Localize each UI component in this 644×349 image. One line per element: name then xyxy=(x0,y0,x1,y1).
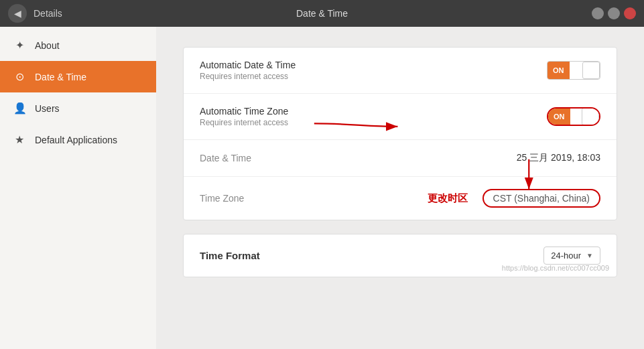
users-icon: 👤 xyxy=(13,102,25,115)
date-time-icon: ⊙ xyxy=(13,70,25,83)
date-time-value-row: Date & Time 25 三月 2019, 18:03 xyxy=(184,140,617,177)
default-apps-icon: ★ xyxy=(13,133,25,146)
time-format-dropdown[interactable]: 24-hour ▼ xyxy=(543,247,600,265)
date-time-value: 25 三月 2019, 18:03 xyxy=(517,152,600,164)
toggle-on-label: ON xyxy=(548,62,570,79)
minimize-button[interactable] xyxy=(592,7,604,19)
toggle-on-label-tz: ON xyxy=(548,109,570,125)
auto-date-time-subtitle: Requires internet access xyxy=(200,72,547,81)
back-icon: ◀ xyxy=(14,8,21,19)
date-time-label: Date & Time xyxy=(200,153,300,163)
timezone-value[interactable]: CST (Shanghai, China) xyxy=(482,189,600,208)
about-icon: ✦ xyxy=(13,39,25,52)
auto-timezone-toggle[interactable]: ON xyxy=(547,107,600,126)
sidebar-label-users: Users xyxy=(35,103,60,114)
close-button[interactable]: ✕ xyxy=(624,7,636,19)
timezone-annotation: 更改时区 xyxy=(428,192,468,205)
auto-timezone-row: Automatic Time Zone Requires internet ac… xyxy=(184,94,617,140)
sidebar-item-users[interactable]: 👤 Users xyxy=(0,92,156,124)
auto-timezone-title: Automatic Time Zone xyxy=(200,106,547,117)
toggle-knob-tz xyxy=(582,108,599,125)
datetime-settings-panel: Automatic Date & Time Requires internet … xyxy=(183,47,617,220)
sidebar-item-default-applications[interactable]: ★ Default Applications xyxy=(0,124,156,155)
time-format-label: Time Format xyxy=(200,250,300,261)
auto-date-time-title: Automatic Date & Time xyxy=(200,60,547,70)
auto-date-time-toggle[interactable]: ON xyxy=(547,61,600,80)
sidebar-item-about[interactable]: ✦ About xyxy=(0,29,156,61)
sidebar: ✦ About ⊙ Date & Time 👤 Users ★ Default … xyxy=(0,27,156,349)
back-button[interactable]: ◀ xyxy=(8,4,27,23)
auto-timezone-subtitle: Requires internet access xyxy=(200,118,547,127)
watermark: https://blog.csdn.net/cc007cc009 xyxy=(502,264,609,272)
main-content: Automatic Date & Time Requires internet … xyxy=(156,27,644,349)
sidebar-item-date-time[interactable]: ⊙ Date & Time xyxy=(0,61,156,92)
maximize-button[interactable] xyxy=(608,7,620,19)
window-controls: ✕ xyxy=(592,7,636,19)
auto-date-time-row: Automatic Date & Time Requires internet … xyxy=(184,48,617,94)
sidebar-label-about: About xyxy=(35,40,60,51)
time-format-value: 24-hour xyxy=(551,251,581,261)
sidebar-label-date-time: Date & Time xyxy=(35,72,86,82)
timezone-label: Time Zone xyxy=(200,193,300,204)
window-center-title: Date & Time xyxy=(296,8,348,19)
toggle-knob xyxy=(582,62,600,79)
sidebar-label-default-applications: Default Applications xyxy=(35,135,117,145)
dropdown-arrow-icon: ▼ xyxy=(586,252,593,259)
timezone-row: Time Zone 更改时区 CST (Shanghai, China) xyxy=(184,177,617,220)
